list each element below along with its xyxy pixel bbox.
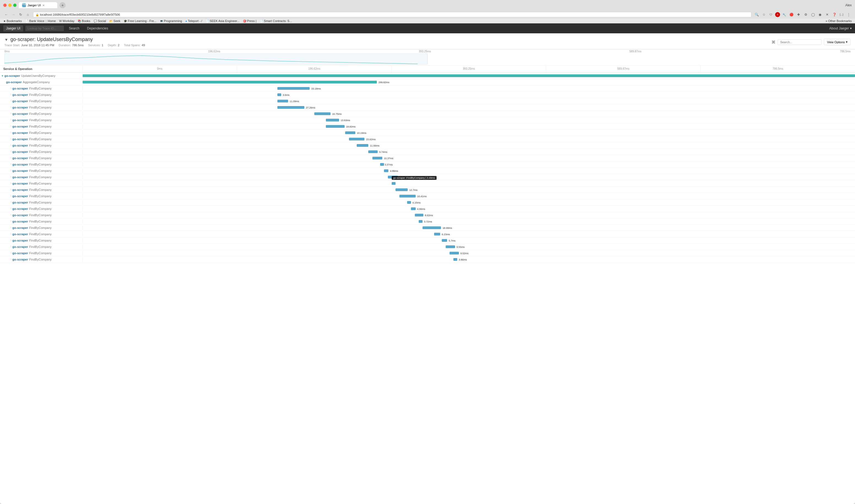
extension-icon-8[interactable]: ◉	[817, 12, 823, 18]
span-bar[interactable]	[384, 169, 389, 172]
span-bar[interactable]	[83, 74, 855, 77]
extension-icon-1[interactable]: 🛡	[768, 12, 774, 18]
span-bar[interactable]	[349, 138, 364, 141]
table-row[interactable]: └ go-scraperFindByCompany33.18ms	[0, 85, 855, 92]
span-bar[interactable]	[423, 227, 441, 229]
table-row[interactable]: └ go-scraperFindByCompany10.19ms	[0, 130, 855, 136]
url-bar[interactable]: 🔒 localhost:16686/trace/f03ecb60f3210e8d…	[33, 12, 751, 17]
view-options-button[interactable]: View Options ▾	[824, 39, 851, 45]
span-bar[interactable]	[314, 112, 331, 115]
table-row[interactable]: └ go-scraperFindByCompany9.74ms	[0, 149, 855, 155]
extension-icon-2[interactable]: A	[775, 12, 780, 17]
table-row[interactable]: └ go-scraperFindByCompany3.86ms	[0, 256, 855, 263]
trace-collapse-toggle[interactable]: ▼	[4, 37, 8, 42]
span-bar[interactable]	[83, 81, 377, 84]
span-bar[interactable]	[446, 246, 455, 248]
bookmark-books[interactable]: 📚 Books	[78, 19, 90, 22]
table-row[interactable]: └ go-scraperFindByCompany4.86ms	[0, 168, 855, 174]
bookmark-bank-voice[interactable]: 📄 Bank Voice :: Home	[25, 19, 56, 22]
table-row[interactable]: └ go-scraperFindByCompany8.62ms	[0, 212, 855, 218]
table-row[interactable]: └ go-scraperFindByCompany9.55ms	[0, 244, 855, 250]
jaeger-logo[interactable]: Jaeger UI	[3, 25, 23, 31]
span-bar[interactable]	[388, 176, 398, 178]
spans-container[interactable]: Service & Operation 0ms 196.62ms 393.25m…	[0, 66, 855, 504]
extension-icon-9[interactable]: ✕	[824, 12, 830, 18]
search-icon[interactable]: 🔍	[754, 12, 760, 18]
table-row[interactable]: └ go-scraperFindByCompany11.66ms	[0, 142, 855, 149]
bookmark-free-learning[interactable]: 🎓 Free Learning - Fre...	[124, 19, 157, 22]
extension-icon-7[interactable]: ◯	[810, 12, 816, 18]
span-bar[interactable]	[411, 208, 416, 210]
table-row[interactable]: └ go-scraperFindByCompany10.37ms	[0, 155, 855, 161]
extension-icon-5[interactable]: ✚	[796, 12, 802, 18]
table-row[interactable]: └ go-scraperFindByCompany3.37ms	[0, 161, 855, 168]
span-bar[interactable]	[278, 87, 310, 90]
refresh-button[interactable]: ↻	[18, 12, 24, 18]
bookmark-programming[interactable]: 💻 Programming	[160, 19, 182, 22]
table-row[interactable]: └ go-scraperFindByCompany27.26ms	[0, 104, 855, 111]
menu-button[interactable]: ⋮	[845, 12, 852, 18]
span-bar[interactable]	[415, 214, 423, 216]
table-row[interactable]: └ go-scraperFindByCompany9.52ms	[0, 250, 855, 256]
span-bar[interactable]	[407, 201, 411, 204]
maximize-button[interactable]	[13, 4, 17, 7]
span-bar[interactable]	[278, 106, 304, 109]
new-tab-button[interactable]: +	[59, 2, 66, 8]
table-row[interactable]: └ go-scraperFindByCompany12.7ms	[0, 187, 855, 193]
span-bar[interactable]	[278, 93, 281, 96]
table-row[interactable]: ▼go-scraperUpdateUsersByCompany	[0, 73, 855, 79]
table-row[interactable]: └ go-scraperFindByCompany4.66ms	[0, 206, 855, 212]
table-row[interactable]: └ go-scraperFindByCompany11.09ms	[0, 98, 855, 104]
bookmark-teleport[interactable]: ● Teleport - /	[185, 19, 202, 22]
span-search-input[interactable]	[778, 39, 822, 45]
span-bar[interactable]	[419, 220, 423, 223]
bookmark-seek[interactable]: 📂 Seek	[109, 19, 120, 22]
bookmark-social[interactable]: 💬 Social	[94, 19, 106, 22]
bookmark-star-icon[interactable]: ☆	[761, 12, 767, 18]
span-bar[interactable]	[395, 188, 408, 191]
span-bar[interactable]	[434, 233, 440, 235]
span-bar[interactable]	[380, 163, 384, 166]
home-button[interactable]: ⌂	[25, 12, 31, 18]
about-jaeger-button[interactable]: About Jaeger ▾	[830, 26, 852, 30]
extension-icon-4[interactable]: 🔴	[788, 12, 795, 18]
close-button[interactable]	[3, 4, 6, 7]
bookmark-press[interactable]: 🎯 Press |	[243, 19, 256, 22]
span-bar[interactable]	[357, 144, 368, 147]
span-toggle-icon[interactable]: ▼	[1, 74, 4, 77]
nav-search[interactable]: Search	[65, 25, 83, 32]
bookmark-smart-contracts[interactable]: 📄 Smart Contracts: S...	[260, 19, 292, 22]
extension-icon-3[interactable]: 🔧	[781, 12, 787, 18]
span-bar[interactable]	[326, 125, 344, 128]
span-bar[interactable]	[278, 100, 288, 103]
extension-icon-6[interactable]: ⚙	[803, 12, 809, 18]
span-bar[interactable]	[449, 252, 459, 254]
back-button[interactable]: ←	[3, 12, 10, 18]
table-row[interactable]: └ go-scraperFindByCompany5.7ms	[0, 237, 855, 244]
table-row[interactable]: └ go-scraperFindByCompany18.99ms	[0, 225, 855, 231]
span-bar[interactable]	[392, 182, 395, 185]
table-row[interactable]: └ go-scraperFindByCompany18.82ms	[0, 123, 855, 130]
table-row[interactable]: └ go-scraperFindByCompany4.15ms	[0, 199, 855, 206]
span-bar[interactable]	[372, 157, 382, 160]
span-bar[interactable]	[326, 119, 339, 122]
table-row[interactable]: └ go-scraperFindByCompany16.41ms	[0, 193, 855, 199]
table-row[interactable]: └ go-scraperFindByCompany6.23ms	[0, 231, 855, 237]
bookmark-other[interactable]: » Other Bookmarks	[825, 19, 852, 22]
span-bar[interactable]	[345, 131, 355, 134]
tab-close-button[interactable]: ✕	[42, 4, 44, 7]
table-row[interactable]: └ go-scraperFindByCompany10.21ms	[0, 174, 855, 180]
bookmark-seek-asia[interactable]: 📄 SEEK Asia Engineer...	[206, 19, 239, 22]
table-row[interactable]: └ go-scraperFindByCompany15.62ms	[0, 136, 855, 142]
table-row[interactable]: └ go-scraperFindByCompany16.75ms	[0, 111, 855, 117]
trace-lookup-input[interactable]	[25, 25, 64, 31]
table-row[interactable]: └ go-scraperFindByCompany3.72ms	[0, 218, 855, 225]
table-row[interactable]: └ go-scraperFindByCompany3.6ms	[0, 92, 855, 98]
forward-button[interactable]: →	[11, 12, 17, 18]
extension-icon-11[interactable]: [...]	[838, 12, 844, 18]
table-row[interactable]: └ go-scraperFindByCompany13.63ms	[0, 117, 855, 123]
bookmark-workday[interactable]: W Workday	[59, 19, 75, 22]
active-tab[interactable]: Jaeger UI Jaeger UI ✕	[19, 2, 57, 8]
extension-icon-10[interactable]: ❓	[831, 12, 837, 18]
table-row[interactable]: go-scraperAggregateCompany299.82ms	[0, 79, 855, 85]
